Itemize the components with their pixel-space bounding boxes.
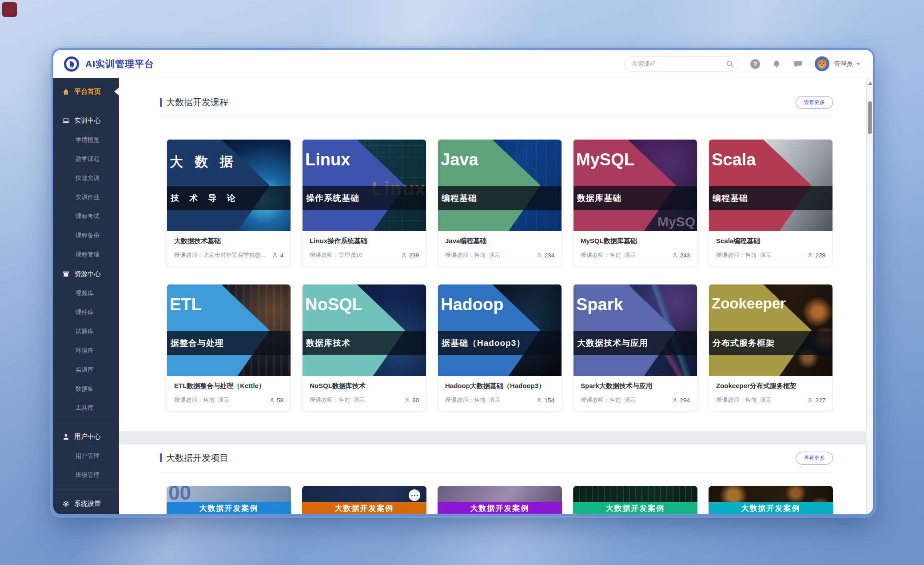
section-header: 大数据开发课程 查看更多 <box>160 94 833 110</box>
course-info: ETL数据整合与处理（Kettle） 授课教师：售前_演示 58 <box>167 376 291 411</box>
course-card[interactable]: Spark 大数据技术与应用 Spark大数据技术与应用 授课教师：售前_演示 … <box>573 284 697 411</box>
course-title: NoSQL数据库技术 <box>310 382 419 390</box>
course-info: MySQL数据库基础 授课教师：售前_演示 243 <box>574 231 697 266</box>
course-card[interactable]: 大 数 据 技 术 导 论 大数据技术基础 授课教师：北京市对外贸易学校教...… <box>167 139 291 266</box>
project-card[interactable]: 00 大数据开发案例 <box>167 486 291 514</box>
course-card[interactable]: Java 编程基础 Java编程基础 授课教师：售前_演示 234 <box>438 139 562 266</box>
course-card[interactable]: Zookeeper 分布式服务框架 Zookeeper分布式服务框架 授课教师：… <box>709 284 833 411</box>
avatar <box>814 56 830 72</box>
title-accent-bar <box>160 453 162 462</box>
thumb-big-title: Spark <box>576 295 623 314</box>
course-info: Zookeeper分布式服务框架 授课教师：售前_演示 227 <box>709 376 832 411</box>
thumb-subtitle: 分布式服务框架 <box>709 337 775 349</box>
project-card[interactable]: 大数据开发案例 <box>573 486 697 514</box>
message-icon[interactable] <box>793 59 803 69</box>
course-thumbnail: Spark 大数据技术与应用 <box>574 285 697 376</box>
count-value: 154 <box>544 397 554 404</box>
thumb-band: 技 术 导 论 <box>167 186 291 210</box>
sidebar-item-resource-center[interactable]: 资源中心 <box>53 264 119 284</box>
project-card[interactable]: 大数据开发案例 <box>438 486 562 514</box>
sidebar-subitem[interactable]: 课件库 <box>53 303 119 322</box>
student-count: 60 <box>404 397 419 404</box>
desktop-background: AI实训管理平台 <box>0 0 924 565</box>
thumb-big-title: Scala <box>712 150 756 169</box>
sidebar-subitem[interactable]: 试题库 <box>53 322 119 341</box>
project-banner: 大数据开发案例 <box>573 502 697 514</box>
course-thumbnail: Zookeeper 分布式服务框架 <box>709 285 832 376</box>
thumb-big-title: ETL <box>170 295 202 314</box>
app-window: AI实训管理平台 <box>53 50 873 514</box>
sidebar-subitem[interactable]: 学情概览 <box>53 130 119 149</box>
sidebar-item-system-settings[interactable]: 系统设置 <box>53 494 119 513</box>
sidebar-subitem[interactable]: 视频库 <box>53 284 119 303</box>
sidebar-divider <box>53 422 119 422</box>
course-card[interactable]: ETL 据整合与处理 ETL数据整合与处理（Kettle） 授课教师：售前_演示… <box>167 284 291 411</box>
scrollbar-thumb[interactable] <box>868 101 872 134</box>
laptop-icon <box>62 117 70 124</box>
thumb-subtitle: 据整合与处理 <box>167 337 224 349</box>
project-banner: 大数据开发案例 <box>709 502 833 514</box>
project-card[interactable]: 大数据开发案例 <box>302 486 426 514</box>
course-card[interactable]: NoSQL 数据库技术 NoSQL数据库技术 授课教师：售前_演示 60 <box>302 284 426 411</box>
course-info: 大数据技术基础 授课教师：北京市对外贸易学校教... 4 <box>167 231 291 266</box>
course-teacher: 授课教师：售前_演示 <box>174 396 265 404</box>
student-count: 239 <box>401 252 419 259</box>
course-teacher: 授课教师：售前_演示 <box>310 396 401 404</box>
view-more-button[interactable]: 查看更多 <box>796 452 833 465</box>
title-accent-bar <box>160 98 162 107</box>
course-title: Java编程基础 <box>445 237 554 245</box>
scrollbar-up-icon[interactable] <box>868 82 872 85</box>
sidebar-subitem[interactable]: 课程备份 <box>53 226 119 245</box>
ellipsis-icon <box>409 489 420 501</box>
project-card[interactable]: 大数据开发案例 <box>709 486 833 514</box>
course-title: Spark大数据技术与应用 <box>581 382 690 390</box>
thumb-band: 操作系统基础 <box>303 186 426 210</box>
projects-section: 大数据开发项目 查看更多 00 大数据开发案例 大数据开发案例 <box>160 445 833 514</box>
section-divider <box>160 116 833 117</box>
sidebar-item-user-center[interactable]: 用户中心 <box>53 427 119 446</box>
thumb-band: 编程基础 <box>438 186 562 210</box>
sidebar-subitem[interactable]: 课程考试 <box>53 207 119 226</box>
person-icon <box>536 397 542 403</box>
sidebar-subitem[interactable]: 快速实训 <box>53 168 119 188</box>
sidebar-subitem[interactable]: 课程管理 <box>53 245 119 264</box>
thumb-subtitle: 技 术 导 论 <box>167 192 239 204</box>
section-title-wrap: 大数据开发课程 <box>160 96 228 108</box>
sidebar-item-home[interactable]: 平台首页 <box>53 82 119 101</box>
app-title: AI实训管理平台 <box>85 58 154 70</box>
person-icon <box>807 252 813 258</box>
sidebar-subitem[interactable]: 工具库 <box>53 398 119 417</box>
course-card[interactable]: MySQ MySQL 数据库基础 MySQL数据库基础 授课教师：售前_演示 <box>573 139 697 266</box>
app-logo-icon <box>63 56 80 72</box>
sidebar-subitem[interactable]: 班级管理 <box>53 465 119 485</box>
person-icon <box>404 397 410 403</box>
section-header: 大数据开发项目 查看更多 <box>160 450 833 466</box>
scrollbar-track[interactable] <box>866 78 873 514</box>
course-thumbnail: NoSQL 数据库技术 <box>303 285 426 376</box>
sidebar-item-training-center[interactable]: 实训中心 <box>53 111 119 130</box>
thumb-subtitle: 数据库技术 <box>303 337 350 349</box>
course-teacher: 授课教师：售前_演示 <box>445 396 533 404</box>
sidebar-subitem[interactable]: 用户管理 <box>53 446 119 465</box>
search-input[interactable] <box>625 56 739 72</box>
sidebar-subitem[interactable]: 实训库 <box>53 360 119 379</box>
project-banner: 大数据开发案例 <box>302 502 426 514</box>
view-more-button[interactable]: 查看更多 <box>796 96 833 109</box>
help-icon[interactable] <box>750 59 761 69</box>
search-icon[interactable] <box>726 60 734 68</box>
section-title: 大数据开发课程 <box>166 96 228 108</box>
sidebar-subitem[interactable]: 实训作业 <box>53 188 119 207</box>
sidebar-subitem[interactable]: 数据集 <box>53 379 119 398</box>
course-thumbnail: Hadoop 据基础（Hadoop3） <box>438 285 562 376</box>
sidebar-subitem[interactable]: 教学课程 <box>53 149 119 168</box>
student-count: 228 <box>807 252 825 259</box>
person-icon <box>807 397 813 403</box>
bell-icon[interactable] <box>771 59 782 69</box>
count-value: 234 <box>544 252 554 259</box>
sidebar-subitem[interactable]: 环境库 <box>53 341 119 360</box>
project-banner: 大数据开发案例 <box>167 502 291 514</box>
user-menu[interactable]: 管理员 <box>814 56 860 72</box>
course-card[interactable]: Linux Linux 操作系统基础 Linux操作系统基础 授课教师：管理员1… <box>302 139 426 266</box>
course-card[interactable]: Scala 编程基础 Scala编程基础 授课教师：售前_演示 228 <box>709 139 833 266</box>
course-card[interactable]: Hadoop 据基础（Hadoop3） Hadoop大数据基础（Hadoop3）… <box>438 284 562 411</box>
